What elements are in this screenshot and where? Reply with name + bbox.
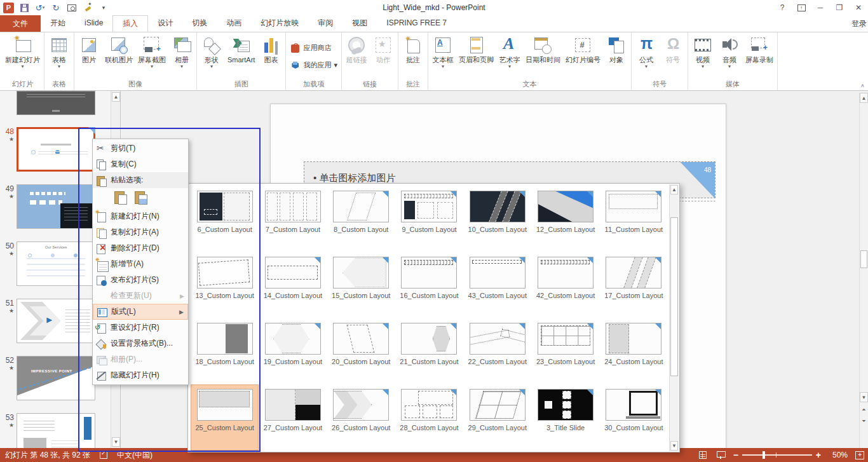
- sign-in-link[interactable]: 登录: [851, 18, 867, 29]
- ribbon-button-对象[interactable]: 对象: [603, 34, 630, 64]
- menu-item-删除幻灯片[interactable]: 删除幻灯片(D): [93, 240, 188, 256]
- layout-option-3_Title Slide[interactable]: 3_Title Slide: [531, 384, 599, 451]
- layout-option-10_Custom Layout[interactable]: 10_Custom Layout: [463, 186, 531, 252]
- scroll-down-icon[interactable]: ▼: [860, 392, 868, 402]
- ribbon-button-音频[interactable]: 音频▾: [716, 34, 743, 69]
- layout-option-9_Custom Layout[interactable]: 9_Custom Layout: [395, 186, 463, 252]
- layout-option-29_Custom Layout[interactable]: 29_Custom Layout: [463, 384, 531, 451]
- slide-thumbnail-50[interactable]: 50★Our Services: [0, 241, 95, 286]
- menu-item-粘贴选项:[interactable]: 粘贴选项:: [93, 172, 188, 188]
- collapse-ribbon-icon[interactable]: ˄: [861, 83, 864, 89]
- tab-视图[interactable]: 视图: [342, 15, 377, 31]
- tab-切换[interactable]: 切换: [182, 15, 217, 31]
- scroll-down-icon[interactable]: ▼: [112, 437, 120, 447]
- next-slide-icon[interactable]: ⏷: [860, 416, 868, 426]
- ribbon-button-艺术字[interactable]: 艺术字▾: [496, 34, 523, 69]
- slideshow-view-icon[interactable]: [715, 451, 726, 459]
- menu-item-复制[interactable]: 复制(C): [93, 156, 188, 172]
- redo-icon[interactable]: ↻: [50, 2, 62, 13]
- layout-option-23_Custom Layout[interactable]: 23_Custom Layout: [531, 318, 599, 384]
- scroll-up-icon[interactable]: ▲: [860, 93, 868, 103]
- tab-设计[interactable]: 设计: [148, 15, 182, 31]
- layout-option-42_Custom Layout[interactable]: 42_Custom Layout: [531, 252, 599, 318]
- layout-option-12_Custom Layout[interactable]: 12_Custom Layout: [531, 186, 599, 252]
- ribbon-button-表格[interactable]: 表格▾: [46, 34, 72, 69]
- ribbon-button-图片[interactable]: 图片: [76, 34, 102, 64]
- ribbon-button-幻灯片编号[interactable]: 幻灯片编号: [563, 34, 603, 64]
- slide-thumbnail-52[interactable]: 52★IMPRESSIVE POINT: [0, 356, 95, 400]
- previous-slide-icon[interactable]: ⏶: [860, 405, 868, 415]
- ribbon-button-形状[interactable]: 形状▾: [198, 34, 225, 69]
- menu-item-隐藏幻灯片[interactable]: 隐藏幻灯片(H): [93, 367, 188, 383]
- layout-option-15_Custom Layout[interactable]: 15_Custom Layout: [327, 252, 395, 318]
- format-brush-icon[interactable]: [82, 2, 93, 13]
- layout-option-11_Custom Layout[interactable]: 11_Custom Layout: [600, 186, 668, 252]
- language-label[interactable]: 中文(中国): [117, 450, 153, 461]
- layout-option-20_Custom Layout[interactable]: 20_Custom Layout: [327, 318, 395, 384]
- menu-item-版式[interactable]: 版式(L)▶: [93, 304, 188, 320]
- zoom-percentage[interactable]: 50%: [829, 451, 848, 459]
- layout-option-26_Custom Layout[interactable]: 26_Custom Layout: [327, 384, 395, 451]
- ribbon-button-应用商店[interactable]: 应用商店: [287, 41, 334, 55]
- tab-插入[interactable]: 插入: [112, 15, 148, 32]
- layout-option-21_Custom Layout[interactable]: 21_Custom Layout: [395, 318, 463, 384]
- spell-check-icon[interactable]: [99, 451, 108, 459]
- ribbon-button-页眉和页脚[interactable]: 页眉和页脚: [456, 34, 496, 64]
- tab-文件[interactable]: 文件: [0, 15, 41, 32]
- layout-option-6_Custom Layout[interactable]: 6_Custom Layout: [191, 186, 259, 252]
- layout-option-28_Custom Layout[interactable]: 28_Custom Layout: [395, 384, 463, 451]
- restore-icon[interactable]: ❐: [830, 1, 849, 15]
- ribbon-button-联机图片[interactable]: 联机图片: [102, 34, 135, 64]
- tab-审阅[interactable]: 审阅: [308, 15, 342, 31]
- scroll-up-icon[interactable]: ▲: [670, 185, 678, 194]
- menu-item-复制幻灯片[interactable]: 复制幻灯片(A): [93, 224, 188, 240]
- layout-option-8_Custom Layout[interactable]: 8_Custom Layout: [327, 186, 395, 252]
- qat-customize-icon[interactable]: ▾: [98, 2, 109, 13]
- layout-option-18_Custom Layout[interactable]: 18_Custom Layout: [191, 318, 259, 384]
- layout-option-25_Custom Layout[interactable]: 25_Custom Layout: [191, 384, 259, 451]
- menu-item-剪切[interactable]: 剪切(T): [93, 140, 188, 156]
- slide-thumbnail-48[interactable]: 48★: [0, 127, 95, 172]
- layout-option-24_Custom Layout[interactable]: 24_Custom Layout: [600, 318, 668, 384]
- layout-option-22_Custom Layout[interactable]: 22_Custom Layout: [463, 318, 531, 384]
- menu-item-新增节[interactable]: 新增节(A): [93, 256, 188, 272]
- zoom-in-icon[interactable]: +: [816, 452, 821, 458]
- slide-thumbnail-51[interactable]: 51★: [0, 299, 95, 343]
- slide-thumbnail-47[interactable]: [0, 91, 95, 115]
- fit-slide-to-window-icon[interactable]: [855, 451, 864, 459]
- menu-item-设置背景格式[interactable]: 设置背景格式(B)...: [93, 336, 188, 351]
- tab-动画[interactable]: 动画: [217, 15, 251, 31]
- paste-keep-source-formatting-icon[interactable]: [112, 189, 128, 205]
- layout-option-7_Custom Layout[interactable]: 7_Custom Layout: [259, 186, 327, 252]
- zoom-out-icon[interactable]: −: [733, 452, 738, 458]
- scroll-down-icon[interactable]: ▼: [670, 441, 678, 451]
- slide-thumbnail-49[interactable]: 49★: [0, 184, 95, 229]
- tab-幻灯片放映[interactable]: 幻灯片放映: [251, 15, 308, 31]
- undo-icon[interactable]: ↺▾: [34, 2, 46, 13]
- tab-开始[interactable]: 开始: [41, 15, 75, 31]
- slide-thumbnail-53[interactable]: 53★: [0, 413, 95, 448]
- close-icon[interactable]: ✕: [849, 1, 868, 15]
- paste-as-picture-icon[interactable]: [132, 189, 149, 205]
- ribbon-button-屏幕录制[interactable]: 屏幕录制: [743, 34, 776, 64]
- ribbon-button-视频[interactable]: 视频▾: [689, 34, 716, 69]
- ribbon-button-日期和时间[interactable]: 日期和时间: [523, 34, 563, 64]
- ribbon-button-公式[interactable]: 公式▾: [633, 34, 660, 69]
- ribbon-button-图表[interactable]: 图表: [257, 34, 284, 64]
- zoom-slider-thumb[interactable]: [763, 451, 765, 459]
- scroll-up-icon[interactable]: ▲: [112, 92, 120, 102]
- canvas-scrollbar[interactable]: ▲ ▼ ⏶ ⏷: [859, 93, 868, 448]
- ribbon-button-屏幕截图[interactable]: 屏幕截图▾: [135, 34, 168, 69]
- layout-option-27_Custom Layout[interactable]: 27_Custom Layout: [259, 384, 327, 451]
- layout-option-30_Custom Layout[interactable]: 30_Custom Layout: [600, 384, 668, 451]
- help-icon[interactable]: ?: [773, 1, 792, 15]
- layout-option-17_Custom Layout[interactable]: 17_Custom Layout: [600, 252, 668, 318]
- layout-option-14_Custom Layout[interactable]: 14_Custom Layout: [259, 252, 327, 318]
- menu-item-发布幻灯片[interactable]: 发布幻灯片(S): [93, 272, 188, 288]
- tab-ISPRING FREE 7[interactable]: ISPRING FREE 7: [377, 15, 456, 31]
- ribbon-button-批注[interactable]: 批注: [400, 34, 426, 64]
- menu-item-重设幻灯片[interactable]: 重设幻灯片(R): [93, 320, 188, 336]
- ribbon-button-文本框[interactable]: 文本框▾: [430, 34, 456, 69]
- scrollbar-thumb[interactable]: [670, 217, 678, 376]
- ribbon-button-SmartArt[interactable]: SmartArt: [225, 34, 257, 64]
